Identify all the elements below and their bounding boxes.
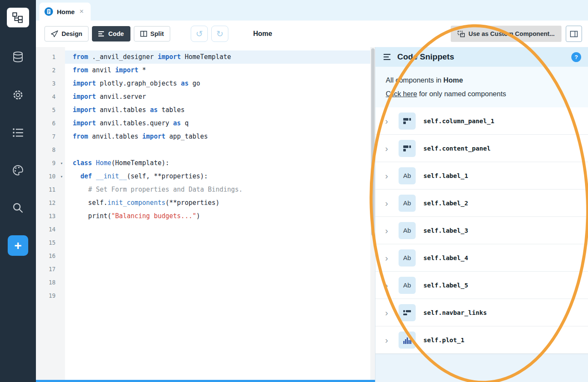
component-row[interactable]: ›Abself.label_4 (375, 244, 588, 272)
content-area: 123456789▾10▾111213141516171819 from ._a… (36, 47, 588, 382)
editor-scrollbar-thumb[interactable] (371, 48, 375, 236)
component-label: self.label_1 (423, 172, 468, 179)
component-row[interactable]: ›self.content_panel (375, 135, 588, 162)
code-view-button[interactable]: Code (92, 26, 130, 41)
form-name-text: Home (443, 76, 463, 84)
undo-icon: ↺ (196, 29, 203, 39)
design-label: Design (62, 30, 82, 37)
code-line[interactable] (65, 223, 375, 236)
chevron-right-icon[interactable]: › (381, 171, 392, 181)
chevron-right-icon[interactable]: › (381, 335, 392, 345)
code-line[interactable] (65, 236, 375, 249)
sidebar-item-search[interactable] (0, 189, 36, 227)
app-structure-icon (12, 12, 24, 23)
editor-scrollbar[interactable] (370, 47, 375, 380)
sidebar-item-data[interactable] (0, 38, 36, 76)
component-label: self.column_panel_1 (423, 118, 494, 124)
add-component-button[interactable]: + (8, 235, 28, 256)
tab-bar: Home × (36, 0, 588, 21)
code-line[interactable]: from anvil import * (65, 64, 375, 77)
toolbar-right: Use as Custom Component... (451, 26, 582, 42)
component-row[interactable]: ›Abself.label_5 (375, 272, 588, 299)
code-line[interactable]: def __init__(self, **properties): (65, 170, 375, 183)
undo-button[interactable]: ↺ (191, 26, 208, 42)
navbar-icon (399, 304, 416, 321)
chevron-right-icon[interactable]: › (381, 308, 392, 318)
named-components-line: Click here for only named components (386, 87, 578, 101)
label-icon: Ab (399, 167, 416, 184)
line-number: 17 (36, 263, 65, 276)
code-line[interactable] (65, 143, 375, 157)
chevron-right-icon[interactable]: › (381, 253, 392, 263)
sidebar-item-theme[interactable] (0, 151, 36, 189)
line-number: 12 (36, 196, 65, 210)
design-view-button[interactable]: Design (44, 26, 89, 41)
toolbar: Design Code Split ↺ ↻ (36, 21, 588, 47)
component-label: self.plot_1 (423, 337, 464, 344)
code-line[interactable]: self.init_components(**properties) (65, 196, 375, 210)
component-row[interactable]: ›self.column_panel_1 (375, 107, 588, 135)
help-icon[interactable]: ? (571, 52, 581, 62)
named-components-link[interactable]: Click here (386, 90, 417, 98)
code-label: Code (108, 30, 124, 37)
tab-label: Home (57, 8, 75, 15)
fold-toggle-icon[interactable]: ▾ (60, 157, 63, 170)
sidebar-item-settings[interactable] (0, 76, 36, 114)
form-title: Home (253, 30, 272, 38)
code-line[interactable]: from ._anvil_designer import HomeTemplat… (65, 50, 375, 64)
use-as-custom-component-button[interactable]: Use as Custom Component... (451, 26, 561, 42)
code-line[interactable]: import plotly.graph_objects as go (65, 77, 375, 90)
code-editor[interactable]: 123456789▾10▾111213141516171819 from ._a… (36, 47, 375, 382)
panel-layout-icon (570, 31, 578, 37)
line-number: 2 (36, 64, 65, 77)
fold-toggle-icon[interactable]: ▾ (60, 170, 63, 183)
main-column: Home × Design Code (36, 0, 588, 382)
component-row[interactable]: ›Abself.label_1 (375, 162, 588, 190)
redo-button[interactable]: ↻ (211, 26, 228, 42)
chevron-right-icon[interactable]: › (381, 198, 392, 208)
split-label: Split (151, 30, 164, 37)
code-line[interactable] (65, 276, 375, 289)
component-row[interactable]: ›Abself.label_2 (375, 190, 588, 217)
tab-home[interactable]: Home × (39, 3, 91, 21)
split-view-button[interactable]: Split (134, 26, 170, 41)
chevron-right-icon[interactable]: › (381, 280, 392, 290)
line-number: 8 (36, 143, 65, 157)
line-number: 14 (36, 223, 65, 236)
custom-component-icon (458, 31, 465, 37)
snippets-menu-icon[interactable] (383, 53, 392, 61)
snippets-title: Code Snippets (397, 52, 566, 62)
chevron-right-icon[interactable]: › (381, 143, 392, 154)
chevron-right-icon[interactable]: › (381, 116, 392, 126)
toggle-side-panel-button[interactable] (566, 26, 582, 42)
component-row[interactable]: ›self.plot_1 (375, 326, 588, 354)
code-line[interactable]: class Home(HomeTemplate): (65, 157, 375, 170)
use-as-custom-component-label: Use as Custom Component... (469, 30, 555, 37)
snippets-footer (375, 354, 588, 382)
code-line[interactable]: print("Balancing budgets...") (65, 210, 375, 223)
database-icon (12, 51, 24, 63)
code-line[interactable] (65, 289, 375, 302)
undo-redo-group: ↺ ↻ (191, 26, 228, 42)
component-row[interactable]: ›self.navbar_links (375, 299, 588, 326)
named-components-text: for only named components (417, 90, 506, 98)
split-icon (140, 31, 147, 37)
sidebar-item-outline[interactable] (0, 114, 36, 151)
code-line[interactable] (65, 249, 375, 263)
app-structure-button[interactable] (7, 8, 29, 27)
code-line[interactable]: from anvil.tables import app_tables (65, 130, 375, 143)
code-area[interactable]: from ._anvil_designer import HomeTemplat… (65, 47, 375, 380)
code-line[interactable]: # Set Form properties and Data Bindings. (65, 183, 375, 196)
chevron-right-icon[interactable]: › (381, 225, 392, 236)
line-number: 16 (36, 249, 65, 263)
component-row[interactable]: ›Abself.label_3 (375, 217, 588, 244)
code-line[interactable]: import anvil.tables as tables (65, 104, 375, 117)
code-line[interactable]: import anvil.tables.query as q (65, 117, 375, 130)
tab-close-icon[interactable]: × (79, 7, 85, 16)
column-panel-icon (399, 140, 416, 157)
label-icon: Ab (399, 277, 416, 294)
line-number: 1 (36, 50, 65, 64)
code-line[interactable]: import anvil.server (65, 90, 375, 104)
component-label: self.content_panel (423, 145, 490, 152)
code-line[interactable] (65, 263, 375, 276)
